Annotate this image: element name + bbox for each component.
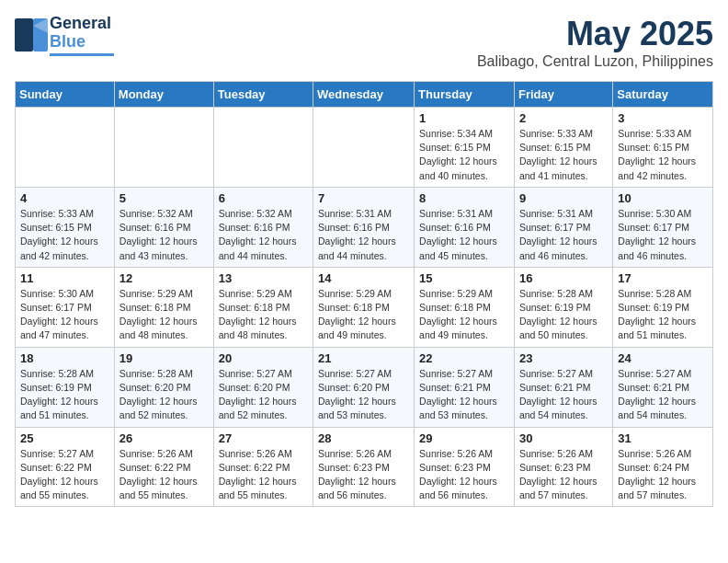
day-info: Sunrise: 5:33 AMSunset: 6:15 PMDaylight:… xyxy=(519,127,608,183)
calendar-cell: 28Sunrise: 5:26 AMSunset: 6:23 PMDayligh… xyxy=(313,427,415,507)
svg-rect-0 xyxy=(15,18,33,52)
day-number: 27 xyxy=(219,431,308,445)
calendar-cell: 13Sunrise: 5:29 AMSunset: 6:18 PMDayligh… xyxy=(213,267,313,347)
day-info: Sunrise: 5:28 AMSunset: 6:19 PMDaylight:… xyxy=(20,367,109,423)
day-number: 13 xyxy=(219,271,308,285)
calendar-table: SundayMondayTuesdayWednesdayThursdayFrid… xyxy=(15,81,713,507)
calendar-title: May 2025 xyxy=(477,15,713,53)
calendar-cell xyxy=(313,108,415,188)
day-number: 14 xyxy=(318,271,409,285)
calendar-cell: 19Sunrise: 5:28 AMSunset: 6:20 PMDayligh… xyxy=(114,347,213,427)
day-number: 24 xyxy=(618,351,708,365)
day-info: Sunrise: 5:29 AMSunset: 6:18 PMDaylight:… xyxy=(318,287,409,343)
calendar-body: 1Sunrise: 5:34 AMSunset: 6:15 PMDaylight… xyxy=(16,108,713,507)
calendar-week-row: 4Sunrise: 5:33 AMSunset: 6:15 PMDaylight… xyxy=(16,187,713,267)
day-number: 23 xyxy=(519,351,608,365)
header-sunday: Sunday xyxy=(16,82,115,108)
day-info: Sunrise: 5:26 AMSunset: 6:23 PMDaylight:… xyxy=(419,447,509,503)
day-number: 22 xyxy=(419,351,509,365)
calendar-cell: 20Sunrise: 5:27 AMSunset: 6:20 PMDayligh… xyxy=(213,347,313,427)
day-info: Sunrise: 5:31 AMSunset: 6:16 PMDaylight:… xyxy=(419,207,509,263)
day-number: 20 xyxy=(219,351,308,365)
calendar-cell: 29Sunrise: 5:26 AMSunset: 6:23 PMDayligh… xyxy=(415,427,515,507)
day-info: Sunrise: 5:27 AMSunset: 6:21 PMDaylight:… xyxy=(519,367,608,423)
day-number: 11 xyxy=(20,271,109,285)
day-info: Sunrise: 5:28 AMSunset: 6:20 PMDaylight:… xyxy=(119,367,209,423)
day-info: Sunrise: 5:29 AMSunset: 6:18 PMDaylight:… xyxy=(419,287,509,343)
day-number: 10 xyxy=(618,191,708,205)
calendar-cell: 3Sunrise: 5:33 AMSunset: 6:15 PMDaylight… xyxy=(613,108,713,188)
day-info: Sunrise: 5:27 AMSunset: 6:20 PMDaylight:… xyxy=(318,367,409,423)
day-number: 25 xyxy=(20,431,109,445)
calendar-cell: 4Sunrise: 5:33 AMSunset: 6:15 PMDaylight… xyxy=(16,187,115,267)
calendar-week-row: 25Sunrise: 5:27 AMSunset: 6:22 PMDayligh… xyxy=(16,427,713,507)
day-number: 30 xyxy=(519,431,608,445)
calendar-cell: 7Sunrise: 5:31 AMSunset: 6:16 PMDaylight… xyxy=(313,187,415,267)
day-number: 5 xyxy=(119,191,209,205)
header-thursday: Thursday xyxy=(415,82,515,108)
calendar-cell: 18Sunrise: 5:28 AMSunset: 6:19 PMDayligh… xyxy=(16,347,115,427)
calendar-cell: 21Sunrise: 5:27 AMSunset: 6:20 PMDayligh… xyxy=(313,347,415,427)
day-number: 8 xyxy=(419,191,509,205)
day-info: Sunrise: 5:31 AMSunset: 6:17 PMDaylight:… xyxy=(519,207,608,263)
header-saturday: Saturday xyxy=(613,82,713,108)
day-info: Sunrise: 5:26 AMSunset: 6:23 PMDaylight:… xyxy=(519,447,608,503)
calendar-cell: 23Sunrise: 5:27 AMSunset: 6:21 PMDayligh… xyxy=(514,347,612,427)
day-number: 29 xyxy=(419,431,509,445)
day-number: 26 xyxy=(119,431,209,445)
day-number: 9 xyxy=(519,191,608,205)
day-info: Sunrise: 5:26 AMSunset: 6:23 PMDaylight:… xyxy=(318,447,409,503)
page-header: General Blue May 2025 Balibago, Central … xyxy=(15,15,713,70)
calendar-cell: 30Sunrise: 5:26 AMSunset: 6:23 PMDayligh… xyxy=(514,427,612,507)
day-info: Sunrise: 5:27 AMSunset: 6:21 PMDaylight:… xyxy=(618,367,708,423)
day-info: Sunrise: 5:27 AMSunset: 6:21 PMDaylight:… xyxy=(419,367,509,423)
day-info: Sunrise: 5:27 AMSunset: 6:20 PMDaylight:… xyxy=(219,367,308,423)
calendar-cell: 27Sunrise: 5:26 AMSunset: 6:22 PMDayligh… xyxy=(213,427,313,507)
day-number: 1 xyxy=(419,111,509,125)
day-info: Sunrise: 5:32 AMSunset: 6:16 PMDaylight:… xyxy=(119,207,209,263)
calendar-cell: 15Sunrise: 5:29 AMSunset: 6:18 PMDayligh… xyxy=(415,267,515,347)
calendar-cell: 8Sunrise: 5:31 AMSunset: 6:16 PMDaylight… xyxy=(415,187,515,267)
day-number: 16 xyxy=(519,271,608,285)
day-number: 12 xyxy=(119,271,209,285)
day-info: Sunrise: 5:27 AMSunset: 6:22 PMDaylight:… xyxy=(20,447,109,503)
calendar-cell: 6Sunrise: 5:32 AMSunset: 6:16 PMDaylight… xyxy=(213,187,313,267)
day-info: Sunrise: 5:28 AMSunset: 6:19 PMDaylight:… xyxy=(519,287,608,343)
calendar-cell xyxy=(213,108,313,188)
day-number: 21 xyxy=(318,351,409,365)
calendar-cell: 11Sunrise: 5:30 AMSunset: 6:17 PMDayligh… xyxy=(16,267,115,347)
day-info: Sunrise: 5:34 AMSunset: 6:15 PMDaylight:… xyxy=(419,127,509,183)
calendar-cell: 31Sunrise: 5:26 AMSunset: 6:24 PMDayligh… xyxy=(613,427,713,507)
day-info: Sunrise: 5:32 AMSunset: 6:16 PMDaylight:… xyxy=(219,207,308,263)
day-info: Sunrise: 5:31 AMSunset: 6:16 PMDaylight:… xyxy=(318,207,409,263)
calendar-cell: 14Sunrise: 5:29 AMSunset: 6:18 PMDayligh… xyxy=(313,267,415,347)
calendar-week-row: 11Sunrise: 5:30 AMSunset: 6:17 PMDayligh… xyxy=(16,267,713,347)
calendar-header-row: SundayMondayTuesdayWednesdayThursdayFrid… xyxy=(16,82,713,108)
calendar-cell: 12Sunrise: 5:29 AMSunset: 6:18 PMDayligh… xyxy=(114,267,213,347)
calendar-cell xyxy=(16,108,115,188)
logo: General Blue xyxy=(15,15,114,56)
calendar-week-row: 18Sunrise: 5:28 AMSunset: 6:19 PMDayligh… xyxy=(16,347,713,427)
calendar-cell: 1Sunrise: 5:34 AMSunset: 6:15 PMDaylight… xyxy=(415,108,515,188)
header-tuesday: Tuesday xyxy=(213,82,313,108)
day-number: 15 xyxy=(419,271,509,285)
day-info: Sunrise: 5:26 AMSunset: 6:22 PMDaylight:… xyxy=(119,447,209,503)
calendar-week-row: 1Sunrise: 5:34 AMSunset: 6:15 PMDaylight… xyxy=(16,108,713,188)
calendar-cell: 10Sunrise: 5:30 AMSunset: 6:17 PMDayligh… xyxy=(613,187,713,267)
day-number: 19 xyxy=(119,351,209,365)
day-number: 3 xyxy=(618,111,708,125)
calendar-cell: 24Sunrise: 5:27 AMSunset: 6:21 PMDayligh… xyxy=(613,347,713,427)
calendar-cell: 9Sunrise: 5:31 AMSunset: 6:17 PMDaylight… xyxy=(514,187,612,267)
calendar-cell: 2Sunrise: 5:33 AMSunset: 6:15 PMDaylight… xyxy=(514,108,612,188)
calendar-cell xyxy=(114,108,213,188)
title-block: May 2025 Balibago, Central Luzon, Philip… xyxy=(477,15,713,70)
calendar-subtitle: Balibago, Central Luzon, Philippines xyxy=(477,53,713,70)
calendar-cell: 22Sunrise: 5:27 AMSunset: 6:21 PMDayligh… xyxy=(415,347,515,427)
day-number: 31 xyxy=(618,431,708,445)
day-number: 7 xyxy=(318,191,409,205)
day-number: 6 xyxy=(219,191,308,205)
header-wednesday: Wednesday xyxy=(313,82,415,108)
day-info: Sunrise: 5:29 AMSunset: 6:18 PMDaylight:… xyxy=(119,287,209,343)
day-info: Sunrise: 5:30 AMSunset: 6:17 PMDaylight:… xyxy=(20,287,109,343)
day-info: Sunrise: 5:33 AMSunset: 6:15 PMDaylight:… xyxy=(20,207,109,263)
